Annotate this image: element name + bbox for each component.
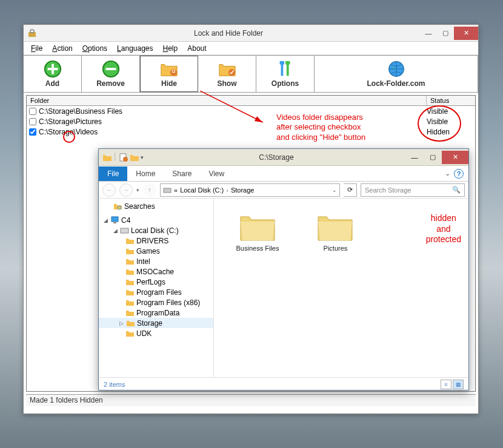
svg-rect-21 — [112, 217, 118, 222]
minimize-button[interactable]: — — [420, 27, 437, 40]
chevron-down-icon[interactable]: ⌄ — [332, 187, 337, 193]
svg-rect-6 — [105, 68, 116, 70]
folder-icon — [126, 318, 135, 328]
toolbar: Add Remove Hide Show Options Lock-Folder… — [24, 55, 478, 93]
folder-icon — [125, 298, 135, 307]
explorer-titlebar[interactable]: │ ▾ C:\Storage — ▢ ✕ — [99, 149, 468, 166]
options-button[interactable]: Options — [256, 56, 315, 92]
svg-point-18 — [123, 157, 128, 162]
list-item[interactable]: Pictures — [305, 211, 365, 252]
chevron-down-icon[interactable]: ▾ — [141, 154, 144, 160]
tab-home[interactable]: Home — [127, 166, 164, 181]
view-details-icon[interactable]: ≡ — [441, 380, 451, 389]
plus-icon — [44, 60, 62, 78]
tab-share[interactable]: Share — [164, 166, 200, 181]
minimize-button[interactable]: — — [405, 151, 424, 164]
computer-icon — [110, 216, 119, 225]
folder-icon — [125, 329, 135, 338]
folder-icon — [125, 288, 135, 297]
tab-file[interactable]: File — [99, 166, 127, 181]
tree-item[interactable]: Program Files — [99, 287, 213, 297]
properties-icon[interactable] — [119, 153, 128, 162]
menu-action[interactable]: Action — [47, 43, 77, 54]
help-icon[interactable]: ? — [454, 169, 464, 179]
minus-icon — [102, 60, 120, 78]
tab-view[interactable]: View — [200, 166, 233, 181]
search-input[interactable]: Search Storage 🔍 — [361, 183, 465, 197]
app-title: Lock and Hide Folder — [37, 29, 420, 38]
svg-rect-22 — [113, 222, 116, 223]
tree-item[interactable]: ProgramData — [99, 308, 213, 318]
tree-item[interactable]: ◢C4 — [99, 215, 213, 225]
folder-icon — [125, 257, 135, 266]
tree-item-storage[interactable]: ▷Storage — [99, 318, 213, 328]
menu-languages[interactable]: Languages — [112, 43, 158, 54]
navbar: ← → ▾ ↑ « Local Disk (C:) › Storage ⌄ ⟳ … — [99, 182, 468, 199]
folder-icon — [316, 211, 354, 242]
tree-item[interactable]: Games — [99, 246, 213, 256]
tree-item[interactable]: PerfLogs — [99, 277, 213, 287]
history-dropdown-icon[interactable]: ▾ — [136, 187, 139, 193]
tree-item[interactable]: UDK — [99, 328, 213, 338]
tree-item[interactable]: Searches — [99, 201, 213, 211]
row-checkbox[interactable] — [29, 118, 36, 125]
back-button[interactable]: ← — [102, 183, 116, 197]
explorer-statusbar: 2 items ≡ ▦ — [99, 377, 468, 391]
table-row[interactable]: C:\Storage\Videos Hidden — [27, 127, 475, 137]
close-button[interactable]: ✕ — [442, 151, 468, 164]
svg-rect-13 — [285, 61, 290, 65]
show-button[interactable]: Show — [198, 56, 256, 92]
forward-button[interactable]: → — [119, 183, 133, 197]
annotation-text-2: hiddenandprotected — [426, 213, 461, 245]
tree-item[interactable]: ◢Local Disk (C:) — [99, 225, 213, 236]
drive-icon — [163, 186, 172, 194]
remove-button[interactable]: Remove — [82, 56, 140, 92]
file-explorer-window: │ ▾ C:\Storage — ▢ ✕ File Home Share Vie… — [98, 148, 469, 390]
maximize-button[interactable]: ▢ — [437, 27, 454, 40]
annotation-circle-checkbox — [63, 131, 75, 143]
tree-item[interactable]: DRIVERS — [99, 236, 213, 246]
new-folder-icon[interactable] — [130, 153, 139, 162]
folder-show-icon — [218, 60, 236, 78]
menu-help[interactable]: Help — [158, 43, 183, 54]
content-pane[interactable]: Business Files Pictures hiddenandprotect… — [214, 199, 468, 377]
explorer-title: C:\Storage — [147, 153, 405, 162]
tree-item[interactable]: MSOCache — [99, 266, 213, 277]
status-bar: Made 1 folders Hidden — [26, 394, 476, 406]
address-bar[interactable]: « Local Disk (C:) › Storage ⌄ — [160, 183, 340, 197]
expand-ribbon-icon[interactable]: ⌄ — [445, 170, 450, 177]
menu-about[interactable]: About — [182, 43, 211, 54]
folder-icon — [125, 277, 135, 286]
app-titlebar[interactable]: Lock and Hide Folder — ▢ ✕ — [24, 25, 478, 42]
row-checkbox[interactable] — [29, 128, 36, 136]
drive-icon — [120, 226, 129, 235]
app-icon — [27, 28, 37, 38]
website-button[interactable]: Lock-Folder.com — [315, 56, 478, 92]
row-checkbox[interactable] — [29, 108, 36, 115]
menu-options[interactable]: Options — [78, 43, 112, 54]
tree-item[interactable]: Program Files (x86) — [99, 297, 213, 308]
menu-file[interactable]: File — [26, 43, 47, 54]
tree-item[interactable]: Intel — [99, 256, 213, 266]
globe-icon — [387, 60, 405, 78]
close-button[interactable]: ✕ — [454, 27, 478, 40]
maximize-button[interactable]: ▢ — [424, 151, 442, 164]
svg-rect-1 — [30, 30, 34, 33]
search-icon: 🔍 — [452, 186, 461, 194]
column-status[interactable]: Status — [427, 96, 475, 105]
hide-button[interactable]: Hide — [140, 56, 198, 92]
svg-line-15 — [200, 91, 263, 122]
list-item[interactable]: Business Files — [227, 211, 288, 252]
folder-icon — [102, 153, 112, 162]
up-button[interactable]: ↑ — [143, 183, 156, 197]
folder-icon — [125, 246, 135, 255]
add-button[interactable]: Add — [24, 56, 82, 92]
svg-rect-19 — [164, 188, 171, 193]
refresh-button[interactable]: ⟳ — [344, 183, 357, 197]
folder-icon — [125, 267, 135, 276]
folder-hide-icon — [160, 60, 178, 78]
tools-icon — [276, 60, 295, 78]
navigation-pane[interactable]: Searches ◢C4 ◢Local Disk (C:) DRIVERS Ga… — [99, 199, 214, 377]
view-large-icons-icon[interactable]: ▦ — [453, 380, 464, 389]
folder-icon — [125, 236, 135, 245]
